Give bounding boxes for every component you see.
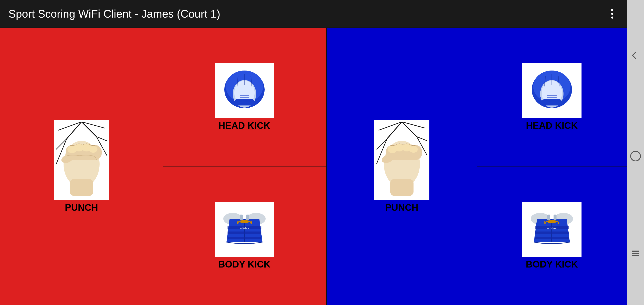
svg-rect-50	[390, 179, 414, 196]
blue-body-kick-button[interactable]: adidas BODY KICK	[477, 166, 627, 305]
svg-text:adidas: adidas	[238, 99, 250, 103]
top-bar: Sport Scoring WiFi Client - James (Court…	[0, 0, 627, 28]
blue-punch-button[interactable]: PUNCH PUNCH	[327, 28, 477, 305]
svg-line-18	[96, 136, 107, 141]
back-button[interactable]	[631, 49, 640, 62]
red-body-kick-inner: adidas BODY KICK	[215, 202, 274, 270]
punch-svg	[56, 122, 107, 198]
svg-rect-30	[228, 232, 262, 234]
red-body-kick-image: adidas	[215, 202, 274, 257]
svg-rect-9	[240, 97, 249, 98]
svg-rect-60	[547, 95, 557, 96]
red-punch-label: PUNCH	[65, 202, 98, 213]
nav-line-3	[632, 255, 639, 256]
blue-head-kick-image: adidas	[522, 63, 582, 118]
blue-body-kick-image: adidas	[522, 202, 582, 257]
blue-punch-image: PUNCH	[374, 120, 430, 200]
svg-rect-26	[70, 179, 93, 196]
red-punch-image	[54, 120, 109, 200]
blue-head-kick-label: HEAD KICK	[526, 120, 578, 131]
svg-text:adidas: adidas	[546, 99, 558, 103]
more-options-button[interactable]	[606, 5, 618, 22]
svg-rect-61	[547, 97, 557, 98]
blue-punch-inner: PUNCH PUNCH	[374, 120, 430, 213]
svg-rect-69	[547, 214, 550, 220]
svg-rect-66	[535, 232, 569, 234]
helmet-svg: adidas	[221, 70, 268, 112]
svg-rect-8	[240, 95, 249, 96]
red-punch-button[interactable]: PUNCH	[0, 28, 163, 305]
svg-point-48	[409, 146, 418, 153]
armor-svg: adidas	[221, 208, 268, 250]
red-head-kick-image: adidas	[215, 63, 274, 118]
svg-line-42	[417, 136, 427, 141]
android-nav-bar	[627, 0, 644, 305]
punch-svg-blue: PUNCH	[376, 122, 427, 198]
blue-body-kick-inner: adidas BODY KICK	[522, 202, 582, 270]
blue-body-kick-label: BODY KICK	[526, 259, 578, 270]
recents-button[interactable]	[632, 250, 639, 256]
dot1	[611, 9, 613, 11]
blue-punch-label: PUNCH	[385, 202, 418, 213]
home-button[interactable]	[630, 151, 641, 162]
red-body-kick-label: BODY KICK	[218, 259, 270, 270]
svg-rect-31	[228, 237, 262, 239]
svg-text:adidas: adidas	[547, 227, 557, 230]
svg-point-24	[89, 146, 98, 153]
svg-rect-70	[554, 214, 556, 220]
nav-line-1	[632, 250, 639, 252]
svg-rect-67	[535, 237, 569, 239]
svg-text:adidas: adidas	[240, 227, 249, 230]
red-punch-inner: PUNCH	[54, 120, 109, 213]
app-title: Sport Scoring WiFi Client - James (Court…	[8, 8, 220, 20]
red-head-kick-label: HEAD KICK	[218, 120, 270, 131]
armor-svg-blue: adidas	[528, 208, 575, 250]
helmet-svg-blue: adidas	[528, 70, 575, 112]
red-head-kick-button[interactable]: adidas HEAD KICK	[163, 28, 326, 166]
svg-line-15	[56, 139, 67, 149]
svg-rect-33	[240, 214, 243, 220]
blue-head-kick-inner: adidas HEAD KICK	[522, 63, 582, 131]
dot3	[611, 16, 613, 19]
main-content: adidas HEAD KICK	[0, 28, 627, 305]
svg-line-39	[376, 139, 387, 149]
nav-line-2	[632, 253, 639, 254]
red-head-kick-inner: adidas HEAD KICK	[215, 63, 274, 131]
blue-head-kick-button[interactable]: adidas HEAD KICK	[477, 28, 627, 166]
device-container: Sport Scoring WiFi Client - James (Court…	[0, 0, 627, 305]
red-body-kick-button[interactable]: adidas BODY KICK	[163, 166, 326, 305]
dot2	[611, 13, 613, 15]
svg-rect-34	[246, 214, 249, 220]
